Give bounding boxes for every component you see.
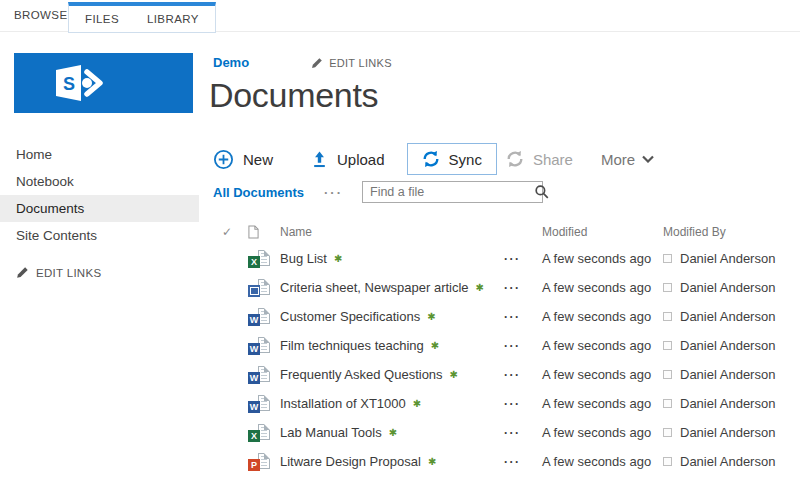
file-name-link[interactable]: Customer Specifications — [280, 309, 420, 324]
tab-browse[interactable]: BROWSE — [14, 0, 68, 31]
sharepoint-logo[interactable]: S — [14, 53, 193, 113]
modified-value: A few seconds ago — [533, 251, 653, 266]
row-menu-ellipsis[interactable]: ··· — [498, 310, 533, 324]
row-menu-ellipsis[interactable]: ··· — [498, 455, 533, 469]
file-name-link[interactable]: Installation of XT1000 — [280, 396, 406, 411]
table-row[interactable]: W Customer Specifications ✱ ··· A few se… — [211, 302, 796, 331]
modified-by-link[interactable]: Daniel Anderson — [680, 280, 775, 295]
share-button[interactable]: Share — [506, 150, 573, 168]
breadcrumb: Demo EDIT LINKS — [213, 55, 392, 70]
header-edit-links[interactable]: EDIT LINKS — [311, 57, 392, 69]
sidebar-item-home[interactable]: Home — [0, 141, 199, 168]
sync-button[interactable]: Sync — [407, 143, 497, 175]
modified-value: A few seconds ago — [533, 425, 653, 440]
table-row[interactable]: P Litware Design Proposal ✱ ··· A few se… — [211, 447, 796, 476]
file-name-link[interactable]: Criteria sheet, Newspaper article — [280, 280, 469, 295]
tab-library[interactable]: LIBRARY — [147, 13, 199, 25]
upload-label: Upload — [337, 151, 385, 168]
share-label: Share — [533, 151, 573, 168]
modified-by-link[interactable]: Daniel Anderson — [680, 309, 775, 324]
view-all-documents-link[interactable]: All Documents — [213, 185, 304, 200]
row-menu-ellipsis[interactable]: ··· — [498, 281, 533, 295]
presence-icon — [663, 370, 672, 379]
word-file-icon: W — [248, 366, 272, 384]
presence-icon — [663, 254, 672, 263]
search-icon[interactable] — [535, 185, 549, 199]
more-label: More — [601, 151, 635, 168]
breadcrumb-site-link[interactable]: Demo — [213, 55, 249, 70]
upload-button[interactable]: Upload — [311, 151, 385, 168]
view-menu-ellipsis[interactable]: ··· — [324, 185, 343, 200]
file-name-link[interactable]: Film techniques teaching — [280, 338, 424, 353]
modified-value: A few seconds ago — [533, 338, 653, 353]
row-menu-ellipsis[interactable]: ··· — [498, 252, 533, 266]
ppt-file-icon: P — [248, 453, 272, 471]
modified-by-link[interactable]: Daniel Anderson — [680, 454, 775, 469]
ribbon-tab-group: FILES LIBRARY — [68, 2, 216, 33]
search-box — [362, 181, 543, 203]
sidebar-nav: Home Notebook Documents Site Contents — [0, 141, 199, 249]
new-item-badge: ✱ — [428, 456, 436, 467]
share-icon — [506, 150, 524, 168]
file-name-link[interactable]: Litware Design Proposal — [280, 454, 421, 469]
modified-by-link[interactable]: Daniel Anderson — [680, 251, 775, 266]
more-chevron-icon — [642, 155, 654, 163]
row-menu-ellipsis[interactable]: ··· — [498, 368, 533, 382]
select-all-icon[interactable]: ✓ — [211, 225, 241, 239]
sidebar-item-site-contents[interactable]: Site Contents — [0, 222, 199, 249]
command-toolbar: New Upload Sync Share More — [213, 141, 654, 177]
search-input[interactable] — [363, 185, 535, 199]
table-row[interactable]: X Bug List ✱ ··· A few seconds ago Danie… — [211, 244, 796, 273]
file-column-icon[interactable] — [241, 225, 273, 239]
presence-icon — [663, 312, 672, 321]
modified-value: A few seconds ago — [533, 367, 653, 382]
table-row[interactable]: W Installation of XT1000 ✱ ··· A few sec… — [211, 389, 796, 418]
modified-by-link[interactable]: Daniel Anderson — [680, 338, 775, 353]
row-menu-ellipsis[interactable]: ··· — [498, 397, 533, 411]
presence-icon — [663, 428, 672, 437]
modified-by-link[interactable]: Daniel Anderson — [680, 396, 775, 411]
file-name-link[interactable]: Lab Manual Tools — [280, 425, 382, 440]
table-row[interactable]: W Film techniques teaching ✱ ··· A few s… — [211, 331, 796, 360]
modified-by-link[interactable]: Daniel Anderson — [680, 367, 775, 382]
edit-pencil-icon — [311, 57, 323, 69]
sidebar-item-documents[interactable]: Documents — [0, 195, 199, 222]
modified-value: A few seconds ago — [533, 309, 653, 324]
file-app-letter: W — [248, 314, 260, 326]
column-header-modified[interactable]: Modified — [533, 225, 653, 239]
new-item-badge: ✱ — [413, 398, 421, 409]
sidebar-edit-links[interactable]: EDIT LINKS — [16, 259, 101, 286]
column-header-name[interactable]: Name — [273, 225, 498, 239]
file-app-letter: X — [248, 430, 260, 442]
row-menu-ellipsis[interactable]: ··· — [498, 339, 533, 353]
tab-files[interactable]: FILES — [85, 13, 119, 25]
table-row[interactable]: W Frequently Asked Questions ✱ ··· A few… — [211, 360, 796, 389]
page-title: Documents — [209, 76, 378, 115]
sharepoint-logo-icon: S — [56, 64, 112, 102]
excel-file-icon: X — [248, 424, 272, 442]
new-label: New — [243, 151, 273, 168]
column-header-modified-by[interactable]: Modified By — [653, 225, 796, 239]
table-row[interactable]: Criteria sheet, Newspaper article ✱ ··· … — [211, 273, 796, 302]
word-file-icon: W — [248, 337, 272, 355]
file-name-link[interactable]: Bug List — [280, 251, 327, 266]
header-edit-links-label: EDIT LINKS — [329, 57, 392, 69]
table-header: ✓ Name Modified Modified By — [211, 220, 796, 244]
ribbon-bar: BROWSE FILES LIBRARY — [0, 0, 800, 32]
new-item-badge: ✱ — [476, 282, 484, 293]
file-name-link[interactable]: Frequently Asked Questions — [280, 367, 443, 382]
presence-icon — [663, 341, 672, 350]
new-button[interactable]: New — [213, 149, 273, 170]
upload-icon — [311, 151, 328, 168]
file-app-letter — [248, 285, 260, 297]
svg-text:S: S — [63, 74, 75, 94]
new-item-badge: ✱ — [389, 427, 397, 438]
modified-value: A few seconds ago — [533, 280, 653, 295]
new-item-badge: ✱ — [427, 311, 435, 322]
more-button[interactable]: More — [601, 151, 654, 168]
row-menu-ellipsis[interactable]: ··· — [498, 426, 533, 440]
table-row[interactable]: X Lab Manual Tools ✱ ··· A few seconds a… — [211, 418, 796, 447]
presence-icon — [663, 399, 672, 408]
modified-by-link[interactable]: Daniel Anderson — [680, 425, 775, 440]
sidebar-item-notebook[interactable]: Notebook — [0, 168, 199, 195]
